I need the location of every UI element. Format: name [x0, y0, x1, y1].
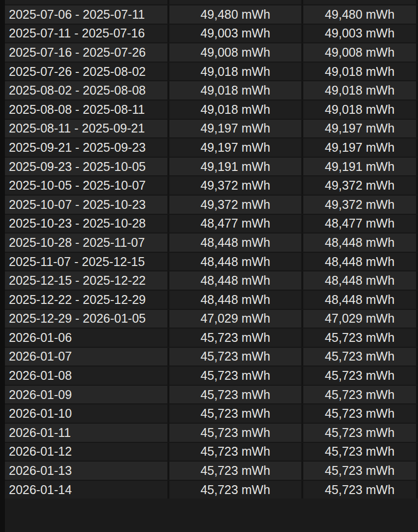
- table-row[interactable]: 2026-01-08 45,723 mWh 45,723 mWh: [5, 366, 418, 385]
- value-cell-b: 49,372 mWh: [303, 176, 418, 195]
- value-cell-b: 45,723 mWh: [303, 386, 418, 404]
- period-cell: 2025-12-15 - 2025-12-22: [5, 271, 169, 290]
- value-cell-a: 49,191 mWh: [169, 158, 303, 176]
- period-cell: 2026-01-09: [5, 386, 169, 404]
- value-cell-b: 49,191 mWh: [303, 158, 418, 176]
- period-cell: 2025-10-23 - 2025-10-28: [5, 215, 169, 233]
- table-row[interactable]: 2025-10-23 - 2025-10-28 48,477 mWh 48,47…: [5, 214, 418, 233]
- table-row[interactable]: 2025-09-23 - 2025-10-05 49,191 mWh 49,19…: [5, 157, 418, 176]
- value-cell-b: 45,723 mWh: [303, 366, 418, 385]
- value-cell-b: 48,448 mWh: [303, 253, 418, 271]
- clipped-row-top: [5, 0, 418, 4]
- period-cell: 2026-01-07: [5, 348, 169, 366]
- period-cell: 2025-10-07 - 2025-10-23: [5, 196, 169, 214]
- value-cell-b: 48,448 mWh: [303, 271, 418, 290]
- value-cell-a: 49,372 mWh: [169, 196, 303, 214]
- value-cell-a: 49,008 mWh: [169, 43, 303, 62]
- value-cell-b: 49,018 mWh: [303, 81, 418, 100]
- table-row[interactable]: 2025-10-05 - 2025-10-07 49,372 mWh 49,37…: [5, 175, 418, 195]
- period-cell: 2025-08-02 - 2025-08-08: [5, 81, 169, 100]
- value-cell-b: 48,448 mWh: [303, 233, 418, 252]
- period-cell: 2026-01-13: [5, 462, 169, 480]
- value-cell-a: 48,448 mWh: [169, 271, 303, 290]
- value-cell-b: 49,018 mWh: [303, 100, 418, 119]
- period-cell: 2025-11-07 - 2025-12-15: [5, 253, 169, 271]
- table-row[interactable]: 2025-07-11 - 2025-07-16 49,003 mWh 49,00…: [5, 24, 418, 43]
- value-cell-a: 49,018 mWh: [169, 100, 303, 119]
- value-cell-b: 45,723 mWh: [303, 404, 418, 423]
- value-cell-b: 48,448 mWh: [303, 291, 418, 309]
- table-row[interactable]: 2025-11-07 - 2025-12-15 48,448 mWh 48,44…: [5, 252, 418, 271]
- value-cell-a: 45,723 mWh: [169, 348, 303, 366]
- value-cell-a: 47,029 mWh: [169, 310, 303, 328]
- table-row[interactable]: 2026-01-09 45,723 mWh 45,723 mWh: [5, 385, 418, 404]
- table-row[interactable]: 2025-07-06 - 2025-07-11 49,480 mWh 49,48…: [5, 4, 418, 24]
- value-cell-b: 49,018 mWh: [303, 63, 418, 81]
- table-row[interactable]: 2025-08-11 - 2025-09-21 49,197 mWh 49,19…: [5, 119, 418, 138]
- value-cell-b: 45,723 mWh: [303, 443, 418, 461]
- table-row[interactable]: 2026-01-06 45,723 mWh 45,723 mWh: [5, 328, 418, 347]
- value-cell-a: 49,003 mWh: [169, 25, 303, 43]
- period-cell: 2026-01-14: [5, 481, 169, 499]
- value-cell-a: 49,372 mWh: [169, 176, 303, 195]
- period-cell: 2025-12-29 - 2026-01-05: [5, 310, 169, 328]
- value-cell-b: 49,197 mWh: [303, 120, 418, 138]
- value-cell-a: 45,723 mWh: [169, 481, 303, 499]
- period-cell: 2026-01-08: [5, 366, 169, 385]
- table-row[interactable]: 2025-12-29 - 2026-01-05 47,029 mWh 47,02…: [5, 309, 418, 328]
- value-cell-a: 45,723 mWh: [169, 386, 303, 404]
- table-row[interactable]: 2025-09-21 - 2025-09-23 49,197 mWh 49,19…: [5, 137, 418, 157]
- table-row[interactable]: 2025-10-28 - 2025-11-07 48,448 mWh 48,44…: [5, 233, 418, 252]
- table-row[interactable]: 2026-01-11 45,723 mWh 45,723 mWh: [5, 423, 418, 442]
- table-row[interactable]: 2026-01-10 45,723 mWh 45,723 mWh: [5, 403, 418, 423]
- table-body: 2025-07-06 - 2025-07-11 49,480 mWh 49,48…: [5, 4, 418, 499]
- value-cell-b: 49,008 mWh: [303, 43, 418, 62]
- table-row[interactable]: 2025-12-22 - 2025-12-29 48,448 mWh 48,44…: [5, 290, 418, 309]
- period-cell: [5, 0, 169, 4]
- value-cell-a: [169, 0, 303, 4]
- table-row[interactable]: 2026-01-14 45,723 mWh 45,723 mWh: [5, 480, 418, 499]
- value-cell-b: 45,723 mWh: [303, 481, 418, 499]
- value-cell-a: 49,197 mWh: [169, 138, 303, 157]
- period-cell: 2025-10-28 - 2025-11-07: [5, 233, 169, 252]
- period-cell: 2025-07-26 - 2025-08-02: [5, 63, 169, 81]
- value-cell-b: [303, 0, 418, 4]
- table-row[interactable]: 2025-12-15 - 2025-12-22 48,448 mWh 48,44…: [5, 270, 418, 290]
- period-cell: 2025-08-08 - 2025-08-11: [5, 100, 169, 119]
- period-cell: 2025-08-11 - 2025-09-21: [5, 120, 169, 138]
- period-cell: 2025-09-21 - 2025-09-23: [5, 138, 169, 157]
- period-cell: 2025-07-06 - 2025-07-11: [5, 5, 169, 24]
- table-row[interactable]: 2025-08-08 - 2025-08-11 49,018 mWh 49,01…: [5, 100, 418, 119]
- table-row[interactable]: 2026-01-07 45,723 mWh 45,723 mWh: [5, 347, 418, 366]
- value-cell-a: 48,448 mWh: [169, 291, 303, 309]
- value-cell-a: 49,197 mWh: [169, 120, 303, 138]
- table-row[interactable]: 2026-01-13 45,723 mWh 45,723 mWh: [5, 461, 418, 480]
- period-cell: 2025-07-11 - 2025-07-16: [5, 25, 169, 43]
- value-cell-b: 45,723 mWh: [303, 348, 418, 366]
- value-cell-a: 45,723 mWh: [169, 366, 303, 385]
- table-row[interactable]: 2025-08-02 - 2025-08-08 49,018 mWh 49,01…: [5, 80, 418, 100]
- value-cell-a: 45,723 mWh: [169, 462, 303, 480]
- value-cell-b: 49,197 mWh: [303, 138, 418, 157]
- period-cell: 2025-12-22 - 2025-12-29: [5, 291, 169, 309]
- value-cell-a: 48,448 mWh: [169, 253, 303, 271]
- value-cell-b: 49,480 mWh: [303, 5, 418, 24]
- energy-table: 2025-07-06 - 2025-07-11 49,480 mWh 49,48…: [5, 0, 418, 499]
- value-cell-b: 49,372 mWh: [303, 196, 418, 214]
- table-row[interactable]: 2025-07-26 - 2025-08-02 49,018 mWh 49,01…: [5, 62, 418, 81]
- value-cell-a: 45,723 mWh: [169, 443, 303, 461]
- table-row[interactable]: 2025-10-07 - 2025-10-23 49,372 mWh 49,37…: [5, 195, 418, 214]
- value-cell-a: 48,477 mWh: [169, 215, 303, 233]
- period-cell: 2026-01-11: [5, 424, 169, 442]
- value-cell-a: 49,018 mWh: [169, 63, 303, 81]
- table-row[interactable]: 2025-07-16 - 2025-07-26 49,008 mWh 49,00…: [5, 42, 418, 62]
- value-cell-a: 49,018 mWh: [169, 81, 303, 100]
- value-cell-b: 49,003 mWh: [303, 25, 418, 43]
- value-cell-a: 45,723 mWh: [169, 424, 303, 442]
- period-cell: 2025-09-23 - 2025-10-05: [5, 158, 169, 176]
- left-gutter: [0, 0, 5, 532]
- value-cell-a: 48,448 mWh: [169, 233, 303, 252]
- period-cell: 2025-07-16 - 2025-07-26: [5, 43, 169, 62]
- table-row[interactable]: 2026-01-12 45,723 mWh 45,723 mWh: [5, 442, 418, 461]
- value-cell-b: 45,723 mWh: [303, 424, 418, 442]
